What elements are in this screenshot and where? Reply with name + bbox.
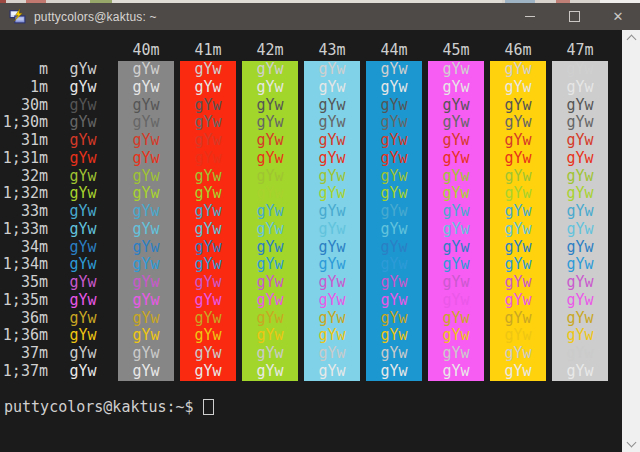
color-cell: gYw — [552, 203, 608, 221]
default-bg-cell: gYw — [48, 345, 118, 363]
color-cell: gYw — [490, 203, 546, 221]
default-bg-cell: gYw — [48, 239, 118, 257]
close-button[interactable]: ✕ — [596, 3, 640, 30]
color-cell: gYw — [552, 239, 608, 257]
grid-row: 35mgYwgYwgYwgYwgYwgYwgYwgYwgYw — [0, 274, 614, 292]
color-cell: gYw — [180, 239, 236, 257]
color-cell: gYw — [118, 114, 174, 132]
color-cell: gYw — [552, 327, 608, 345]
row-label: 1;34m — [0, 256, 48, 274]
row-label: 1;37m — [0, 363, 48, 381]
color-cell: gYw — [366, 327, 422, 345]
column-header: 43m — [304, 42, 360, 58]
color-cell: gYw — [180, 61, 236, 79]
color-cell: gYw — [304, 327, 360, 345]
grid-row: 31mgYwgYwgYwgYwgYwgYwgYwgYwgYw — [0, 132, 614, 150]
row-label: 31m — [0, 132, 48, 150]
row-label: 34m — [0, 239, 48, 257]
color-cell: gYw — [428, 345, 484, 363]
color-cell: gYw — [304, 345, 360, 363]
color-cell: gYw — [490, 327, 546, 345]
color-cell: gYw — [490, 168, 546, 186]
color-cell: gYw — [366, 274, 422, 292]
default-bg-cell: gYw — [48, 185, 118, 203]
color-cell: gYw — [490, 363, 546, 381]
default-bg-cell: gYw — [48, 203, 118, 221]
scroll-up-icon[interactable] — [626, 35, 636, 45]
color-cell: gYw — [490, 292, 546, 310]
column-header: 45m — [428, 42, 484, 58]
column-header: 44m — [366, 42, 422, 58]
color-cell: gYw — [490, 274, 546, 292]
color-cell: gYw — [428, 97, 484, 115]
color-cell: gYw — [552, 310, 608, 328]
color-cell: gYw — [552, 61, 608, 79]
color-cell: gYw — [428, 79, 484, 97]
window-title: puttycolors@kaktus: ~ — [34, 10, 157, 24]
color-cell: gYw — [118, 132, 174, 150]
color-cell: gYw — [242, 132, 298, 150]
color-cell: gYw — [428, 203, 484, 221]
row-label: 30m — [0, 97, 48, 115]
color-cell: gYw — [366, 61, 422, 79]
color-cell: gYw — [304, 61, 360, 79]
color-cell: gYw — [490, 239, 546, 257]
default-bg-cell: gYw — [48, 61, 118, 79]
color-cell: gYw — [428, 274, 484, 292]
color-cell: gYw — [118, 363, 174, 381]
default-bg-cell: gYw — [48, 274, 118, 292]
color-cell: gYw — [366, 363, 422, 381]
color-cell: gYw — [304, 310, 360, 328]
default-bg-cell: gYw — [48, 221, 118, 239]
color-cell: gYw — [428, 61, 484, 79]
scrollbar[interactable] — [622, 30, 640, 452]
color-cell: gYw — [180, 327, 236, 345]
row-label: 1;36m — [0, 327, 48, 345]
minimize-button[interactable] — [508, 3, 552, 30]
row-label: 1m — [0, 79, 48, 97]
row-label: 37m — [0, 345, 48, 363]
grid-row: 1;37mgYwgYwgYwgYwgYwgYwgYwgYwgYw — [0, 363, 614, 381]
color-cell: gYw — [304, 79, 360, 97]
grid-row: 1;34mgYwgYwgYwgYwgYwgYwgYwgYwgYw — [0, 256, 614, 274]
putty-icon[interactable] — [9, 8, 26, 25]
header-spacer — [0, 42, 118, 58]
color-cell: gYw — [304, 363, 360, 381]
color-cell: gYw — [304, 114, 360, 132]
terminal-cursor — [203, 399, 214, 415]
color-cell: gYw — [304, 221, 360, 239]
color-cell: gYw — [118, 274, 174, 292]
terminal-screen[interactable]: 40m41m42m43m44m45m46m47m mgYwgYwgYwgYwgY… — [0, 30, 622, 452]
color-cell: gYw — [242, 345, 298, 363]
color-cell: gYw — [428, 310, 484, 328]
color-cell: gYw — [118, 203, 174, 221]
color-cell: gYw — [242, 168, 298, 186]
color-cell: gYw — [118, 310, 174, 328]
color-cell: gYw — [552, 97, 608, 115]
maximize-button[interactable] — [552, 3, 596, 30]
color-cell: gYw — [242, 97, 298, 115]
color-cell: gYw — [118, 168, 174, 186]
prompt-line: puttycolors@kaktus:~$ — [4, 398, 214, 416]
color-cell: gYw — [118, 79, 174, 97]
color-cell: gYw — [428, 132, 484, 150]
color-cell: gYw — [180, 203, 236, 221]
color-cell: gYw — [180, 97, 236, 115]
grid-row: 1;36mgYwgYwgYwgYwgYwgYwgYwgYwgYw — [0, 327, 614, 345]
color-cell: gYw — [366, 221, 422, 239]
grid-row: 30mgYwgYwgYwgYwgYwgYwgYwgYwgYw — [0, 97, 614, 115]
titlebar[interactable]: puttycolors@kaktus: ~ ✕ — [0, 3, 640, 30]
grid-row: 1;35mgYwgYwgYwgYwgYwgYwgYwgYwgYw — [0, 292, 614, 310]
color-cell: gYw — [242, 292, 298, 310]
color-cell: gYw — [242, 79, 298, 97]
scroll-down-icon[interactable] — [626, 438, 636, 448]
color-cell: gYw — [304, 168, 360, 186]
color-cell: gYw — [490, 345, 546, 363]
color-cell: gYw — [366, 239, 422, 257]
color-cell: gYw — [118, 150, 174, 168]
color-cell: gYw — [428, 168, 484, 186]
grid-row: 1;31mgYwgYwgYwgYwgYwgYwgYwgYwgYw — [0, 150, 614, 168]
color-cell: gYw — [118, 292, 174, 310]
color-cell: gYw — [242, 310, 298, 328]
color-cell: gYw — [118, 239, 174, 257]
